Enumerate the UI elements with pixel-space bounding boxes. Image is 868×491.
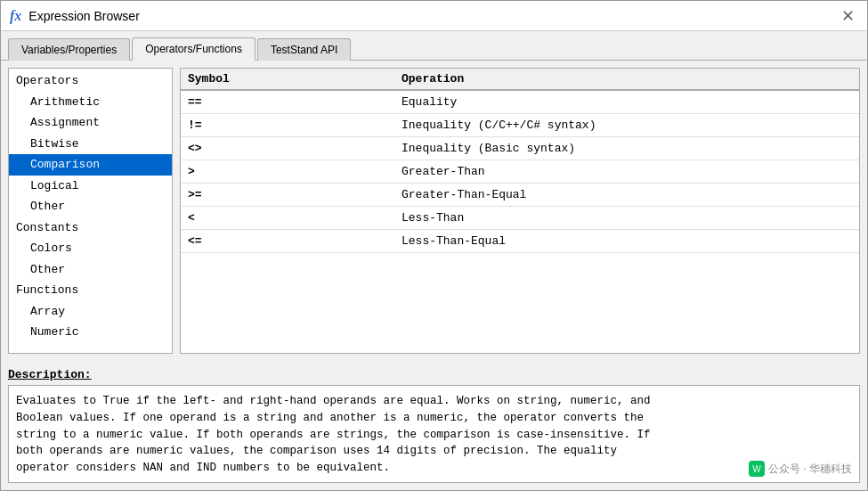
tab-teststand-api[interactable]: TestStand API [257, 38, 351, 61]
tree-view[interactable]: OperatorsArithmeticAssignmentBitwiseComp… [9, 69, 172, 353]
symbol-cell: <> [188, 142, 402, 155]
symbol-cell: > [188, 165, 402, 178]
tree-item[interactable]: Logical [9, 176, 172, 197]
symbol-cell: != [188, 119, 402, 132]
right-panel: Symbol Operation ==Equality!=Inequality … [180, 68, 860, 354]
tree-item[interactable]: Colors [9, 238, 172, 259]
tree-item[interactable]: Functions [9, 280, 172, 301]
operation-cell: Less-Than-Equal [402, 234, 852, 248]
table-row[interactable]: !=Inequality (C/C++/C# syntax) [181, 114, 859, 137]
symbol-cell: < [188, 211, 402, 225]
table-row[interactable]: >Greater-Than [181, 160, 859, 184]
table-row[interactable]: ==Equality [181, 91, 859, 114]
bottom-section: Description: Evaluates to True if the le… [1, 361, 867, 490]
tree-item[interactable]: Other [9, 259, 172, 281]
description-label: Description: [8, 368, 860, 381]
watermark-text: 公众号 · 华穗科技 [768, 462, 852, 477]
tree-item[interactable]: Operators [9, 70, 172, 92]
operation-cell: Greater-Than [402, 165, 852, 178]
tree-item[interactable]: Other [9, 196, 172, 217]
symbol-cell: >= [188, 188, 402, 201]
tree-item[interactable]: Array [9, 301, 172, 323]
table-row[interactable]: >=Greater-Than-Equal [181, 184, 859, 207]
expression-browser-window: fx Expression Browser ✕ Variables/Proper… [0, 0, 868, 491]
tab-variables-properties[interactable]: Variables/Properties [8, 38, 130, 61]
left-panel: OperatorsArithmeticAssignmentBitwiseComp… [8, 68, 173, 354]
symbol-cell: == [188, 95, 402, 109]
tab-operators-functions[interactable]: Operators/Functions [132, 37, 256, 61]
table-row[interactable]: <=Less-Than-Equal [181, 230, 859, 253]
col-header-operation: Operation [402, 72, 852, 86]
tree-item[interactable]: Bitwise [9, 134, 172, 155]
tree-item[interactable]: Constants [9, 217, 172, 239]
operation-cell: Equality [402, 95, 852, 109]
tabs-bar: Variables/Properties Operators/Functions… [1, 31, 867, 61]
tree-item[interactable]: Comparison [9, 154, 172, 176]
operation-cell: Inequality (C/C++/C# syntax) [402, 119, 852, 132]
tree-item[interactable]: Arithmetic [9, 92, 172, 113]
title-left: fx Expression Browser [10, 8, 140, 24]
description-text: Evaluates to True if the left- and right… [16, 395, 651, 474]
table-row[interactable]: <Less-Than [181, 207, 859, 230]
table-body[interactable]: ==Equality!=Inequality (C/C++/C# syntax)… [181, 91, 859, 353]
tree-item[interactable]: Numeric [9, 322, 172, 343]
operation-cell: Greater-Than-Equal [402, 188, 852, 201]
title-bar: fx Expression Browser ✕ [1, 1, 867, 31]
col-header-symbol: Symbol [188, 72, 402, 86]
window-title: Expression Browser [28, 9, 140, 23]
operation-cell: Inequality (Basic syntax) [402, 142, 852, 155]
description-box[interactable]: Evaluates to True if the left- and right… [8, 385, 860, 483]
operation-cell: Less-Than [402, 211, 852, 225]
watermark: W 公众号 · 华穗科技 [749, 461, 852, 477]
wechat-icon: W [749, 461, 765, 477]
symbol-cell: <= [188, 234, 402, 248]
table-row[interactable]: <>Inequality (Basic syntax) [181, 137, 859, 160]
main-content: OperatorsArithmeticAssignmentBitwiseComp… [1, 61, 867, 361]
table-header: Symbol Operation [181, 69, 859, 91]
tree-item[interactable]: Assignment [9, 112, 172, 134]
close-button[interactable]: ✕ [838, 8, 858, 24]
fx-icon: fx [10, 8, 21, 24]
